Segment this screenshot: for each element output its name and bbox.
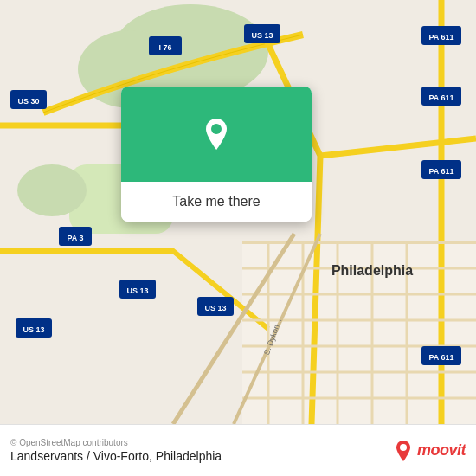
svg-text:PA 611: PA 611 <box>428 353 453 362</box>
bottom-bar-info: © OpenStreetMap contributors Landservant… <box>10 438 222 463</box>
svg-text:US 30: US 30 <box>17 97 39 106</box>
svg-text:US 13: US 13 <box>251 31 273 40</box>
svg-text:PA 611: PA 611 <box>428 93 453 102</box>
popup-header <box>121 87 312 182</box>
copyright-text: © OpenStreetMap contributors <box>10 438 222 447</box>
svg-text:US 13: US 13 <box>126 286 148 295</box>
location-pin-icon <box>197 115 235 153</box>
location-popup: Take me there <box>121 87 312 222</box>
svg-point-42 <box>400 444 407 451</box>
moovit-logo: moovit <box>391 439 466 463</box>
svg-text:US 13: US 13 <box>204 304 226 312</box>
svg-text:I 76: I 76 <box>158 43 171 52</box>
map-view: I 76 US 13 US 30 PA 611 PA 611 PA 611 PA… <box>0 0 476 424</box>
location-label: Landservants / Vivo-Forto, Philadelphia <box>10 449 222 463</box>
svg-text:Philadelphia: Philadelphia <box>331 263 413 278</box>
svg-text:US 13: US 13 <box>23 325 44 334</box>
svg-point-3 <box>17 164 87 216</box>
svg-text:PA 3: PA 3 <box>67 234 83 242</box>
svg-point-41 <box>211 124 222 134</box>
svg-text:PA 611: PA 611 <box>428 167 453 176</box>
moovit-pin-icon <box>391 439 415 463</box>
moovit-brand-text: moovit <box>417 441 466 460</box>
svg-text:PA 611: PA 611 <box>428 33 453 42</box>
bottom-bar: © OpenStreetMap contributors Landservant… <box>0 424 476 476</box>
take-me-there-button[interactable]: Take me there <box>121 182 312 222</box>
